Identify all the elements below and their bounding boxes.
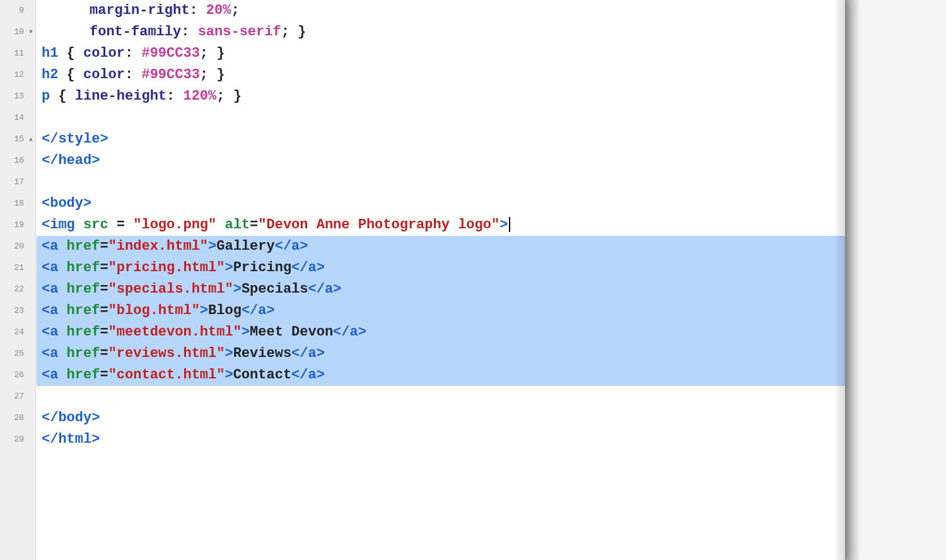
token: >	[225, 260, 233, 276]
line-number[interactable]: 26	[0, 365, 25, 386]
code-line[interactable]: 23<a href="blog.html">Blog</a>	[0, 300, 845, 322]
code-text[interactable]: </style>	[37, 129, 845, 150]
code-text[interactable]: <a href="specials.html">Specials</a>	[37, 279, 845, 300]
code-text[interactable]	[37, 172, 845, 193]
token: Gallery	[216, 238, 274, 254]
fold-toggle-icon[interactable]	[25, 150, 37, 172]
fold-toggle-icon[interactable]	[25, 429, 37, 450]
code-text[interactable]: <img src = "logo.png" alt="Devon Anne Ph…	[37, 214, 845, 236]
token: >	[225, 346, 233, 361]
fold-toggle-icon[interactable]	[25, 193, 37, 214]
line-number[interactable]: 28	[0, 407, 25, 429]
code-text[interactable]: <a href="contact.html">Contact</a>	[37, 365, 845, 386]
token: =	[100, 238, 108, 254]
code-line[interactable]: 20<a href="index.html">Gallery</a>	[0, 236, 845, 257]
token: src	[83, 217, 108, 233]
code-line[interactable]: 18<body>	[0, 193, 845, 214]
code-line[interactable]: 27	[0, 386, 845, 407]
code-text[interactable]: </body>	[37, 407, 845, 429]
code-text[interactable]: h1 { color: #99CC33; }	[37, 43, 845, 64]
fold-toggle-icon[interactable]	[25, 172, 37, 193]
code-line[interactable]: 9margin-right: 20%;	[0, 0, 845, 21]
fold-toggle-icon[interactable]: ▾	[25, 21, 37, 43]
editor-window: 9margin-right: 20%;10▾font-family: sans-…	[0, 0, 845, 560]
line-number[interactable]: 13	[0, 86, 25, 107]
fold-toggle-icon[interactable]	[25, 279, 37, 300]
code-line[interactable]: 28</body>	[0, 407, 845, 429]
code-line[interactable]: 17	[0, 172, 845, 193]
line-number[interactable]: 12	[0, 64, 25, 86]
code-text[interactable]: <a href="pricing.html">Pricing</a>	[37, 257, 845, 279]
line-number[interactable]: 24	[0, 322, 25, 343]
line-number[interactable]: 14	[0, 107, 25, 129]
code-line[interactable]: 24<a href="meetdevon.html">Meet Devon</a…	[0, 322, 845, 343]
fold-toggle-icon[interactable]	[25, 300, 37, 322]
token: Specials	[242, 281, 308, 297]
line-number[interactable]: 18	[0, 193, 25, 214]
line-number[interactable]: 27	[0, 386, 25, 407]
code-line[interactable]: 10▾font-family: sans-serif; }	[0, 21, 845, 43]
line-number[interactable]: 16	[0, 150, 25, 172]
code-text[interactable]: margin-right: 20%;	[37, 0, 845, 21]
fold-toggle-icon[interactable]	[25, 86, 37, 107]
code-text[interactable]: <a href="index.html">Gallery</a>	[37, 236, 845, 257]
line-number[interactable]: 20	[0, 236, 25, 257]
line-number[interactable]: 15	[0, 129, 25, 150]
code-text[interactable]: font-family: sans-serif; }	[37, 21, 845, 43]
token: </a>	[291, 367, 325, 383]
fold-toggle-icon[interactable]	[25, 43, 37, 64]
code-text[interactable]: p { line-height: 120%; }	[37, 86, 845, 107]
code-line[interactable]: 12h2 { color: #99CC33; }	[0, 64, 845, 86]
line-number[interactable]: 17	[0, 172, 25, 193]
code-line[interactable]: 13p { line-height: 120%; }	[0, 86, 845, 107]
fold-toggle-icon[interactable]	[25, 343, 37, 365]
line-number[interactable]: 25	[0, 343, 25, 365]
line-number[interactable]: 11	[0, 43, 25, 64]
code-text[interactable]: </head>	[37, 150, 845, 172]
fold-toggle-icon[interactable]: ▴	[25, 129, 37, 150]
token: href	[67, 367, 100, 383]
code-line[interactable]: 21<a href="pricing.html">Pricing</a>	[0, 257, 845, 279]
code-text[interactable]	[37, 107, 845, 129]
fold-toggle-icon[interactable]	[25, 407, 37, 429]
code-area[interactable]: 9margin-right: 20%;10▾font-family: sans-…	[0, 0, 845, 450]
line-number[interactable]: 23	[0, 300, 25, 322]
code-line[interactable]: 19<img src = "logo.png" alt="Devon Anne …	[0, 214, 845, 236]
code-line[interactable]: 14	[0, 107, 845, 129]
code-text[interactable]	[37, 386, 845, 407]
token: =	[100, 367, 108, 383]
code-text[interactable]: h2 { color: #99CC33; }	[37, 64, 845, 86]
code-text[interactable]: </html>	[37, 429, 845, 450]
code-line[interactable]: 26<a href="contact.html">Contact</a>	[0, 365, 845, 386]
line-number[interactable]: 9	[0, 0, 25, 21]
line-number[interactable]: 29	[0, 429, 25, 450]
token: :	[166, 88, 183, 104]
code-text[interactable]: <a href="blog.html">Blog</a>	[37, 300, 845, 322]
fold-toggle-icon[interactable]	[25, 64, 37, 86]
token: href	[67, 260, 100, 276]
fold-toggle-icon[interactable]	[25, 0, 37, 21]
code-line[interactable]: 11h1 { color: #99CC33; }	[0, 43, 845, 64]
code-line[interactable]: 29</html>	[0, 429, 845, 450]
token: >	[233, 281, 242, 297]
code-line[interactable]: 22<a href="specials.html">Specials</a>	[0, 279, 845, 300]
fold-toggle-icon[interactable]	[25, 214, 37, 236]
code-line[interactable]: 16</head>	[0, 150, 845, 172]
fold-toggle-icon[interactable]	[25, 386, 37, 407]
line-number[interactable]: 19	[0, 214, 25, 236]
line-number[interactable]: 21	[0, 257, 25, 279]
text-cursor	[509, 217, 510, 232]
code-line[interactable]: 15▴</style>	[0, 129, 845, 150]
line-number[interactable]: 10	[0, 21, 25, 43]
code-text[interactable]: <body>	[37, 193, 845, 214]
fold-toggle-icon[interactable]	[25, 257, 37, 279]
token: >	[225, 367, 233, 383]
code-text[interactable]: <a href="meetdevon.html">Meet Devon</a>	[37, 322, 845, 343]
fold-toggle-icon[interactable]	[25, 365, 37, 386]
line-number[interactable]: 22	[0, 279, 25, 300]
fold-toggle-icon[interactable]	[25, 107, 37, 129]
code-text[interactable]: <a href="reviews.html">Reviews</a>	[37, 343, 845, 365]
fold-toggle-icon[interactable]	[25, 236, 37, 257]
code-line[interactable]: 25<a href="reviews.html">Reviews</a>	[0, 343, 845, 365]
fold-toggle-icon[interactable]	[25, 322, 37, 343]
